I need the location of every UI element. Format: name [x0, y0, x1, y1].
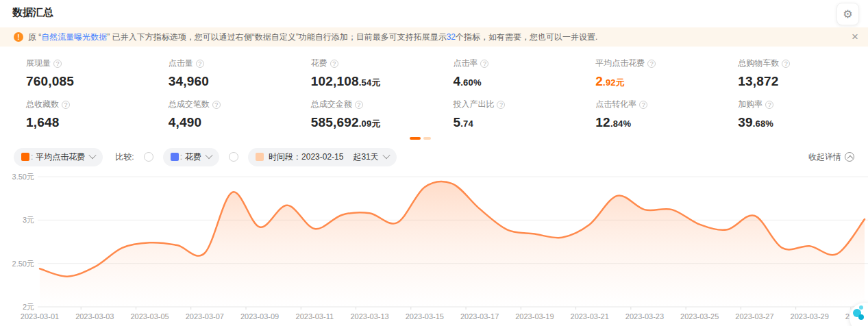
chart-controls: : 平均点击花费 比较: : 花费 时间段：2023-02-15 起31天 收起…: [14, 147, 854, 166]
swatch-colon: :: [31, 152, 33, 162]
y-axis-tick-label: 2.50元: [12, 260, 34, 268]
metric-swatch: [21, 153, 29, 161]
metric-value-int: 760,085: [26, 74, 74, 88]
metric-card[interactable]: 投入产出比?5.74: [441, 99, 583, 140]
help-icon[interactable]: ?: [62, 101, 70, 109]
collapse-details-label: 收起详情: [808, 151, 841, 163]
compare-swatch: [171, 153, 179, 161]
metric-select-dropdown[interactable]: : 平均点击花费: [14, 148, 103, 166]
metric-value: 2.92元: [595, 74, 726, 89]
chevron-down-icon: [382, 151, 390, 159]
metrics-pagination: [410, 137, 431, 140]
x-axis-tick-label: 2023-03-15: [406, 312, 444, 321]
metric-value: 4.60%: [453, 74, 583, 89]
metric-card[interactable]: 展现量?760,085: [14, 58, 156, 99]
metric-value: 34,960: [169, 74, 299, 89]
collapse-details-button[interactable]: 收起详情: [808, 151, 854, 163]
notice-count: 32: [447, 32, 456, 42]
metric-card[interactable]: 平均点击花费?2.92元: [583, 58, 726, 99]
page-title: 数据汇总: [12, 6, 53, 19]
x-axis-tick-label: 2023-03-29: [791, 312, 829, 321]
metric-value: 1,648: [26, 115, 156, 130]
metric-value: 102,108.54元: [311, 74, 441, 89]
metric-value: 760,085: [26, 74, 156, 89]
x-axis-tick-label: 2023-03-01: [21, 312, 59, 321]
metric-card[interactable]: 加购率?39.68%: [726, 99, 868, 140]
metric-card[interactable]: 总收藏数?1,648: [14, 99, 156, 140]
help-icon[interactable]: ?: [480, 60, 488, 68]
help-icon[interactable]: ?: [212, 101, 221, 109]
compare-label: 比较:: [115, 151, 134, 163]
period-select-dropdown[interactable]: 时间段：2023-02-15 起31天: [248, 148, 397, 166]
help-icon[interactable]: ?: [355, 101, 363, 109]
help-icon[interactable]: ?: [765, 101, 773, 109]
trend-area-chart: 3.50元3元2.50元2元2023-03-012023-03-032023-0…: [0, 171, 868, 326]
pagination-dash-inactive[interactable]: [423, 137, 431, 140]
pagination-dash-active[interactable]: [410, 137, 421, 140]
metric-value: 39.68%: [738, 115, 868, 130]
metric-label: 总成交笔数: [169, 99, 210, 110]
y-axis-tick-label: 2元: [23, 303, 34, 311]
notice-suffix: 个指标，如有需要，您也可以一并设置.: [456, 32, 597, 42]
metric-value-int: 585,692: [311, 115, 359, 129]
metric-card[interactable]: 点击量?34,960: [156, 58, 299, 99]
metric-card[interactable]: 总成交笔数?4,490: [156, 99, 299, 140]
metric-card[interactable]: 总购物车数?13,872: [726, 58, 868, 99]
compare-radio-1[interactable]: [144, 152, 153, 162]
metric-value-int: 39: [738, 115, 753, 129]
help-icon[interactable]: ?: [53, 60, 62, 68]
chevron-down-icon: [89, 151, 97, 159]
metric-card[interactable]: 点击率?4.60%: [441, 58, 583, 99]
metric-label: 平均点击花费: [595, 58, 645, 69]
metric-label: 点击率: [453, 58, 478, 69]
period-select-label: 时间段：2023-02-15: [269, 151, 343, 163]
metric-label: 展现量: [26, 58, 51, 69]
x-axis-tick-label: 2023-03-17: [460, 312, 499, 321]
metric-card[interactable]: 总成交金额?585,692.09元: [299, 99, 441, 140]
chevron-up-circle-icon: [845, 152, 854, 162]
metric-value-decimal: .74: [460, 118, 473, 129]
compare-radio-2[interactable]: [229, 152, 238, 162]
metric-value: 12.84%: [595, 115, 726, 130]
compare-select-dropdown[interactable]: : 花费: [163, 148, 219, 166]
x-axis-tick-label: 2023-03-21: [571, 312, 609, 321]
x-axis-tick-label: 2023-03-05: [130, 312, 169, 321]
metric-label: 花费: [311, 58, 327, 69]
metric-card[interactable]: 花费?102,108.54元: [299, 58, 441, 99]
info-icon: !: [14, 32, 23, 42]
chevron-down-icon: [205, 151, 212, 159]
metric-value-int: 12: [595, 115, 610, 129]
close-icon[interactable]: ×: [847, 29, 863, 45]
metric-value: 5.74: [453, 115, 583, 130]
compare-select-label: 花费: [185, 151, 201, 163]
help-icon[interactable]: ?: [782, 60, 790, 68]
x-axis-tick-label: 2023-03-25: [680, 312, 719, 321]
notice-link[interactable]: 自然流量曝光数据: [41, 32, 107, 42]
metric-card[interactable]: 点击转化率?12.84%: [583, 99, 726, 140]
metric-value-int: 1,648: [26, 115, 60, 129]
metric-value-decimal: .92元: [603, 77, 625, 88]
x-axis-tick-label: 2023-03-03: [75, 312, 114, 321]
help-icon[interactable]: ?: [330, 60, 338, 68]
swatch-colon: :: [180, 152, 182, 162]
area-fill: [40, 181, 865, 307]
metric-value-int: 34,960: [169, 74, 209, 88]
data-customize-button[interactable]: ⚙: [836, 3, 859, 25]
x-axis-tick-label: 2023-03-09: [240, 312, 279, 321]
help-icon[interactable]: ?: [196, 60, 204, 68]
notice-text: 原 “自然流量曝光数据” 已并入下方指标选项，您可以通过右侧“数据自定义”功能自…: [28, 32, 597, 43]
notice-prefix: 原 “: [28, 32, 41, 42]
metric-value-decimal: .68%: [753, 118, 773, 129]
metric-value-decimal: .54元: [359, 77, 381, 88]
metrics-grid: 展现量?760,085点击量?34,960花费?102,108.54元点击率?4…: [14, 58, 868, 140]
metric-value-decimal: .60%: [460, 77, 481, 88]
y-axis-tick-label: 3元: [23, 216, 34, 224]
metric-value-decimal: .09元: [359, 118, 381, 129]
metric-value: 585,692.09元: [311, 115, 441, 130]
help-icon[interactable]: ?: [647, 60, 656, 68]
help-icon[interactable]: ?: [497, 101, 505, 109]
widget-glyph: [858, 314, 864, 320]
x-axis-tick-label: 2023-03-19: [515, 312, 554, 321]
metric-value-int: 2: [595, 74, 603, 88]
help-icon[interactable]: ?: [639, 101, 647, 109]
